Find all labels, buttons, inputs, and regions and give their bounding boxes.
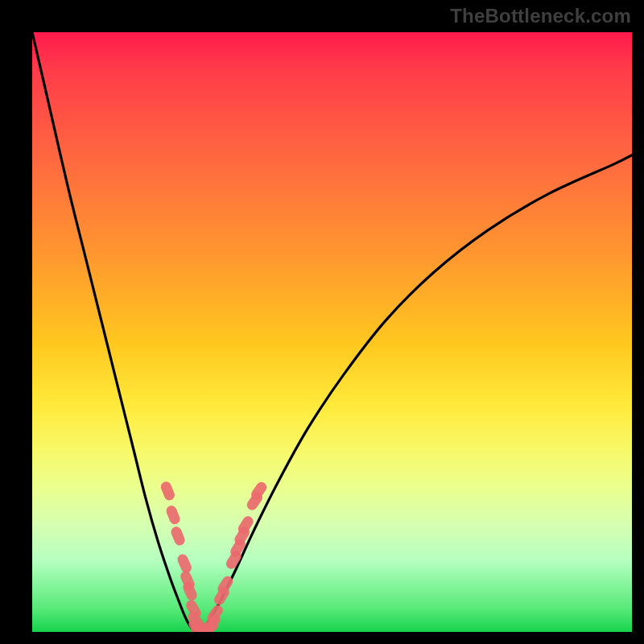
watermark-text: TheBottleneck.com <box>450 5 631 27</box>
series-curve-left <box>32 32 197 632</box>
curve-layer <box>32 32 632 632</box>
series-curve-right <box>197 155 632 632</box>
chart-svg <box>32 32 632 632</box>
highlight-marker <box>159 480 176 502</box>
highlight-marker <box>170 525 187 547</box>
highlight-marker <box>165 504 182 526</box>
svg-rect-1 <box>165 504 182 526</box>
chart-frame: TheBottleneck.com <box>0 0 644 644</box>
svg-rect-0 <box>159 480 176 502</box>
svg-rect-2 <box>170 525 187 547</box>
plot-area <box>32 32 632 632</box>
marker-layer <box>159 480 269 632</box>
